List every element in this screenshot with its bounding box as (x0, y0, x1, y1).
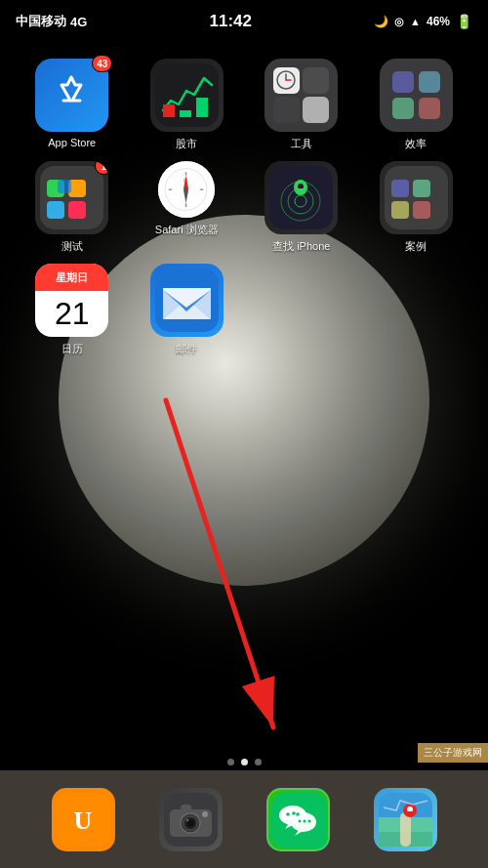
svg-rect-42 (413, 201, 430, 219)
safari-label: Safari 浏览器 (155, 223, 219, 237)
svg-rect-40 (413, 180, 430, 197)
mail-label: 邮件 (176, 342, 197, 356)
app-efficiency[interactable]: 效率 (364, 59, 469, 151)
svg-rect-8 (303, 97, 329, 123)
battery-icon: 🔋 (456, 14, 472, 29)
calendar-label: 日历 (61, 342, 83, 356)
dock-camera[interactable] (159, 788, 223, 851)
stocks-icon[interactable] (150, 59, 224, 132)
dot-1 (241, 759, 248, 765)
calendar-day-num: 21 (35, 291, 108, 337)
tools-icon[interactable] (264, 59, 338, 132)
svg-rect-41 (391, 201, 409, 219)
svg-point-30 (184, 186, 188, 190)
dock-wechat[interactable] (266, 788, 330, 851)
case-label: 案例 (405, 239, 427, 254)
test-icon[interactable]: 1 (35, 161, 108, 234)
calendar-day-label: 星期日 (35, 264, 108, 291)
svg-rect-14 (40, 166, 103, 229)
svg-point-69 (298, 819, 301, 822)
svg-point-60 (202, 811, 208, 817)
network-type: 4G (70, 15, 87, 29)
svg-rect-10 (392, 71, 414, 93)
dock: U (0, 770, 488, 868)
svg-point-68 (296, 812, 300, 816)
app-findmy[interactable]: 查找 iPhone (249, 161, 354, 254)
safari-icon[interactable]: N (158, 161, 215, 218)
app-appstore[interactable]: 43 App Store (20, 59, 125, 151)
appstore-badge: 43 (92, 55, 112, 72)
svg-point-66 (286, 812, 290, 816)
dock-uc[interactable]: U (52, 788, 115, 851)
app-tools[interactable]: 工具 (249, 59, 354, 151)
svg-rect-59 (181, 805, 191, 811)
svg-point-64 (279, 806, 306, 825)
uc-icon[interactable]: U (52, 788, 115, 851)
findmy-label: 查找 iPhone (272, 239, 330, 254)
mail-icon[interactable] (150, 264, 224, 337)
efficiency-icon[interactable] (380, 59, 453, 132)
carrier-text: 中国移动 (16, 13, 66, 30)
app-stocks[interactable]: 股市 (135, 59, 240, 151)
svg-point-58 (185, 818, 188, 821)
svg-rect-75 (400, 812, 411, 847)
svg-rect-11 (419, 71, 440, 93)
dock-maps[interactable] (374, 788, 437, 851)
status-left: 中国移动 4G (16, 13, 87, 30)
page-dots (0, 759, 488, 765)
red-arrow (127, 381, 322, 756)
svg-rect-39 (391, 180, 409, 197)
svg-rect-12 (392, 98, 414, 119)
svg-line-50 (166, 400, 273, 727)
svg-rect-7 (273, 97, 300, 123)
svg-rect-17 (47, 201, 64, 219)
svg-point-70 (303, 819, 305, 822)
app-calendar[interactable]: 星期日 21 日历 (20, 264, 125, 356)
findmy-icon[interactable] (264, 161, 338, 234)
svg-rect-6 (303, 67, 329, 94)
app-safari[interactable]: N Safari 浏览器 (135, 161, 240, 254)
camera-icon[interactable] (159, 788, 223, 851)
svg-rect-19 (58, 180, 71, 193)
app-case[interactable]: 案例 (364, 161, 469, 254)
svg-text:U: U (73, 806, 92, 835)
status-right: 🌙 ◎ ▲ 46% 🔋 (374, 14, 472, 29)
app-test[interactable]: 1 测试 (20, 161, 125, 254)
svg-point-71 (307, 819, 310, 822)
svg-rect-38 (385, 166, 448, 229)
case-icon[interactable] (380, 161, 453, 234)
svg-rect-0 (155, 63, 219, 127)
dot-2 (255, 759, 262, 765)
efficiency-label: 效率 (405, 137, 427, 151)
svg-rect-13 (419, 98, 440, 119)
test-label: 测试 (61, 239, 83, 254)
test-badge: 1 (95, 161, 108, 175)
watermark: 三公子游戏网 (418, 743, 488, 763)
calendar-icon[interactable]: 星期日 21 (35, 264, 108, 337)
signal-icon: ▲ (410, 16, 421, 27)
status-time: 11:42 (209, 12, 251, 31)
dot-0 (227, 759, 234, 765)
maps-icon[interactable] (374, 788, 437, 851)
appstore-symbol (50, 69, 94, 122)
svg-point-67 (292, 811, 296, 815)
appstore-icon[interactable]: 43 (35, 59, 108, 132)
svg-rect-31 (269, 166, 333, 229)
status-bar: 中国移动 4G 11:42 🌙 ◎ ▲ 46% 🔋 (0, 0, 488, 43)
appstore-label: App Store (48, 137, 96, 148)
stocks-label: 股市 (176, 137, 197, 151)
wechat-icon[interactable] (266, 788, 330, 851)
tools-label: 工具 (291, 137, 312, 151)
app-grid: 43 App Store 股市 (0, 49, 488, 366)
location-icon: ◎ (394, 16, 404, 28)
moon-icon: 🌙 (374, 15, 388, 28)
battery-pct: 46% (427, 15, 450, 28)
app-mail[interactable]: 邮件 (135, 264, 240, 356)
svg-rect-18 (68, 201, 86, 219)
